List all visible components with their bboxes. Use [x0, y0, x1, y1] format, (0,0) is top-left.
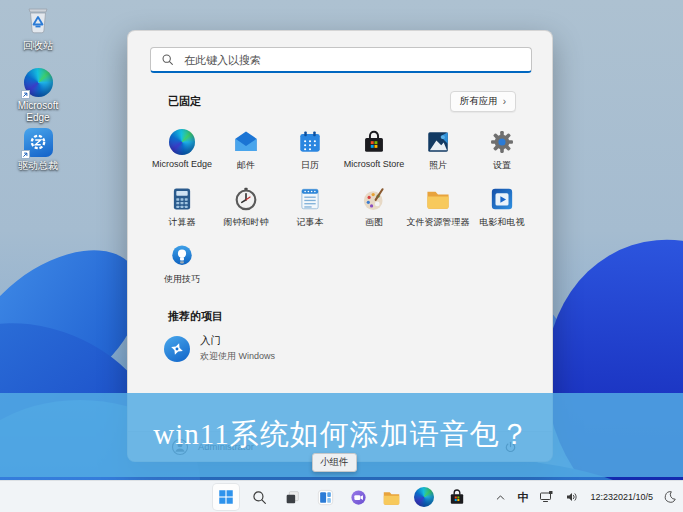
app-tile-label: 使用技巧: [164, 273, 200, 286]
recommended-item-subtitle: 欢迎使用 Windows: [200, 350, 275, 363]
app-tile-alarms[interactable]: 闹钟和时钟: [214, 182, 278, 239]
pinned-section-title: 已固定: [168, 94, 201, 109]
folder-icon: [382, 488, 401, 507]
store-icon: [361, 129, 387, 155]
app-tile-label: 邮件: [237, 159, 255, 172]
chevron-right-icon: ›: [503, 97, 506, 107]
app-tile-notepad[interactable]: 记事本: [278, 182, 342, 239]
mail-icon: [233, 129, 259, 155]
taskbar-search-button[interactable]: [246, 484, 272, 510]
search-icon: [161, 53, 174, 66]
desktop-icon-driver-app[interactable]: 驱动总裁: [10, 126, 66, 172]
edge-icon: [414, 487, 434, 507]
app-tile-calculator[interactable]: 计算器: [150, 182, 214, 239]
taskbar: 中 12:23 2021/10/5: [0, 480, 683, 512]
all-apps-button[interactable]: 所有应用 ›: [450, 91, 516, 112]
task-view-button[interactable]: [279, 484, 305, 510]
edge-button[interactable]: [411, 484, 437, 510]
recycle-bin-icon: [24, 4, 52, 40]
app-tile-label: Microsoft Edge: [152, 159, 212, 169]
system-tray: 中 12:23 2021/10/5: [492, 481, 679, 512]
settings-gear-icon: [489, 129, 515, 155]
desktop-icon-label: 回收站: [23, 40, 53, 52]
taskbar-clock[interactable]: 12:23 2021/10/5: [588, 490, 655, 505]
notepad-icon: [297, 186, 323, 212]
chat-camera-icon: [349, 488, 368, 507]
desktop-icon-label: 驱动总裁: [18, 160, 58, 172]
network-button[interactable]: [536, 487, 556, 507]
desktop-icon-recycle-bin[interactable]: 回收站: [10, 6, 66, 52]
app-tile-movies-tv[interactable]: 电影和电视: [470, 182, 534, 239]
widgets-icon: [316, 488, 335, 507]
desktop-icon-edge[interactable]: Microsoft Edge: [10, 66, 66, 124]
app-tile-label: 日历: [301, 159, 319, 172]
paint-palette-icon: [361, 186, 387, 212]
start-search-box[interactable]: [150, 47, 532, 73]
file-explorer-button[interactable]: [378, 484, 404, 510]
app-tile-label: 文件资源管理器: [407, 216, 470, 229]
clock-date: 2021/10/5: [613, 492, 653, 503]
photos-icon: [425, 129, 451, 155]
app-tile-tips[interactable]: 使用技巧: [150, 239, 214, 296]
lightbulb-icon: [169, 243, 195, 269]
speaker-icon: [564, 489, 580, 505]
desktop-icon-label: Microsoft Edge: [10, 100, 66, 124]
app-tile-settings[interactable]: 设置: [470, 125, 534, 182]
network-icon: [538, 489, 554, 505]
app-tile-paint[interactable]: 画图: [342, 182, 406, 239]
all-apps-label: 所有应用: [460, 95, 498, 108]
store-button[interactable]: [444, 484, 470, 510]
app-tile-photos[interactable]: 照片: [406, 125, 470, 182]
task-view-icon: [284, 489, 301, 506]
pinned-apps-grid: Microsoft Edge 邮件 日历: [150, 125, 534, 296]
recommended-item-get-started[interactable]: 入门 欢迎使用 Windows: [164, 334, 275, 363]
volume-button[interactable]: [562, 487, 582, 507]
tray-overflow-button[interactable]: [492, 489, 509, 506]
app-tile-label: 设置: [493, 159, 511, 172]
start-button[interactable]: [213, 484, 239, 510]
clock-icon: [233, 186, 259, 212]
calculator-icon: [169, 186, 195, 212]
app-tile-store[interactable]: Microsoft Store: [342, 125, 406, 182]
app-tile-calendar[interactable]: 日历: [278, 125, 342, 182]
app-tile-label: 闹钟和时钟: [224, 216, 269, 229]
app-tile-file-explorer[interactable]: 文件资源管理器: [406, 182, 470, 239]
shortcut-arrow-icon: [21, 90, 30, 99]
app-tile-label: 计算器: [169, 216, 196, 229]
chat-button[interactable]: [345, 484, 371, 510]
calendar-icon: [297, 129, 323, 155]
search-input[interactable]: [182, 53, 482, 67]
caption-text: win11系统如何添加语音包？: [153, 415, 529, 455]
recommended-section-title: 推荐的项目: [168, 309, 223, 324]
get-started-icon: [164, 336, 190, 362]
app-tile-label: Microsoft Store: [344, 159, 405, 169]
desktop-screen: 回收站 Microsoft Edge 驱动总裁: [0, 0, 683, 512]
app-tile-label: 电影和电视: [480, 216, 525, 229]
edge-icon: [169, 129, 195, 155]
app-tile-label: 照片: [429, 159, 447, 172]
search-icon: [251, 489, 268, 506]
app-tile-label: 画图: [365, 216, 383, 229]
ime-indicator[interactable]: 中: [515, 488, 530, 507]
app-tile-mail[interactable]: 邮件: [214, 125, 278, 182]
movies-tv-icon: [489, 186, 515, 212]
widgets-tooltip: 小组件: [312, 453, 357, 472]
store-icon: [448, 488, 466, 506]
recommended-item-title: 入门: [200, 334, 275, 348]
clock-time: 12:23: [590, 492, 613, 503]
shortcut-arrow-icon: [21, 150, 30, 159]
app-tile-edge[interactable]: Microsoft Edge: [150, 125, 214, 182]
chevron-up-icon: [494, 491, 507, 504]
notification-center-button[interactable]: [661, 488, 679, 506]
folder-icon: [425, 186, 451, 212]
widgets-button[interactable]: [312, 484, 338, 510]
app-tile-label: 记事本: [297, 216, 324, 229]
windows-start-icon: [217, 488, 235, 506]
moon-icon: [663, 490, 677, 504]
